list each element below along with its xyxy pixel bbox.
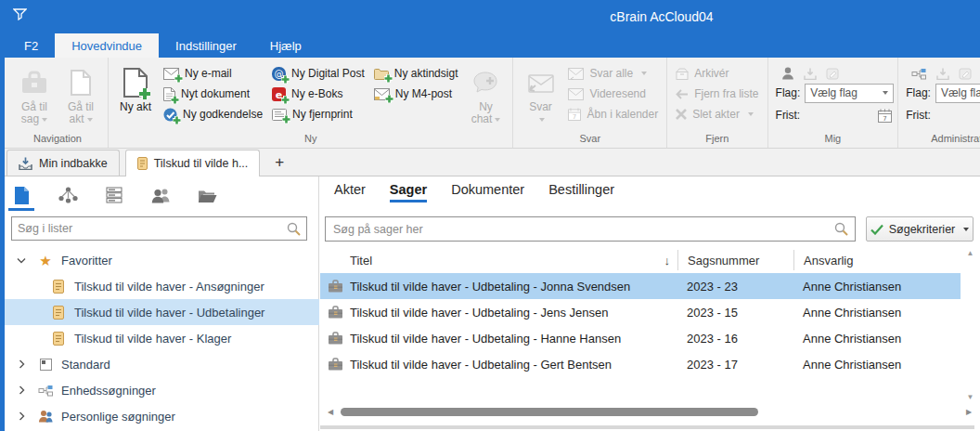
case-search-input[interactable] [326,223,834,236]
remove-from-list-button[interactable]: Fjern fra liste [671,84,763,104]
sidebar-view-folders[interactable] [195,181,219,209]
search-icon[interactable] [287,222,301,236]
new-m4-post-button[interactable]: Ny M4-post [369,84,463,104]
chevron-right-icon[interactable] [15,411,28,421]
reply-all-button[interactable]: Svar alle [563,63,663,84]
content-area: ★ Favoritter Tilskud til vilde haver - A… [0,176,980,431]
result-tabs: Akter Sager Dokumenter Bestillinger [334,182,614,202]
scroll-right-icon[interactable]: ▶ [963,408,974,416]
dropdown-caret [748,112,754,116]
forward-button[interactable]: Videresend [563,84,663,104]
document-tab-strip: Min indbakke Tilskud til vilde h... + [0,149,980,176]
column-header-sagsnummer[interactable]: Sagsnummer [677,250,793,270]
new-record-button[interactable]: Ny akt [112,62,159,113]
reply-label: Svar [529,100,552,113]
reply-button[interactable]: Svar [517,62,563,125]
tab-tilskud-label: Tilskud til vilde h... [154,157,249,170]
horizontal-scroll-thumb[interactable] [341,408,758,416]
open-folder-icon [198,188,217,203]
table-row[interactable]: Tilskud til vilde haver - Udbetaling - G… [320,351,961,377]
goto-case-button[interactable]: Gå til sag [11,62,58,125]
flag-select[interactable]: Vælg flag [935,84,980,103]
archive-button[interactable]: Arkivér [671,63,763,84]
sidebar-view-lists[interactable] [9,181,33,209]
new-document-button[interactable]: Nyt dokument [159,84,267,104]
new-eboks-button[interactable]: e Ny e-Boks [267,84,369,104]
tree-item-standard[interactable]: Standard [0,351,319,377]
dropdown-caret [641,72,647,75]
note-edit-icon[interactable] [959,68,972,80]
tree-item-enhedssogninger[interactable]: Enhedssøgninger [0,377,319,403]
new-tab-button[interactable]: + [265,153,293,176]
deadline-label: Frist: [906,109,931,122]
new-remote-print-button[interactable]: Ny fjernprint [267,104,369,124]
tab-bestillinger[interactable]: Bestillinger [548,182,614,202]
goto-record-button[interactable]: Gå til akt [58,62,104,125]
sort-descending-icon[interactable]: ↓ [664,254,678,268]
tree-item-klager[interactable]: Tilskud til vilde haver - Klager [0,325,319,351]
chevron-down-icon[interactable] [15,257,28,264]
new-digital-post-button[interactable]: @ Ny Digital Post [267,63,369,84]
standard-list-icon [37,359,54,371]
person-icon[interactable] [781,67,794,80]
column-header-titel[interactable]: Titel [350,254,372,268]
tab-min-indbakke[interactable]: Min indbakke [6,150,120,176]
tree-item-ansogninger[interactable]: Tilskud til vilde haver - Ansøgninger [0,273,319,299]
menu-tab-indstillinger[interactable]: Indstillinger [159,33,253,58]
chevron-right-icon[interactable] [15,385,28,395]
svg-text:7: 7 [573,113,576,121]
table-row[interactable]: Tilskud til vilde haver - Udbetaling - J… [320,299,961,325]
org-unit-icon[interactable] [911,68,927,80]
save-tray-icon[interactable] [936,68,949,80]
sidebar-search-input[interactable] [12,222,287,235]
note-edit-icon[interactable] [826,68,839,80]
save-tray-icon[interactable] [804,68,817,80]
scroll-down-icon[interactable]: ▼ [963,393,977,401]
delete-records-label: Slet akter [692,108,740,121]
ribbon-group-ny: Ny akt Ny e-mail Nyt dokument Ny godkend… [109,58,513,148]
title-bar: cBrain AcCloud04 [0,0,980,33]
column-header-ansvarlig[interactable]: Ansvarlig [793,250,961,270]
delete-records-button[interactable]: Slet akter [671,104,763,124]
new-access-request-button[interactable]: Ny aktindsigt [369,63,463,84]
table-row[interactable]: Tilskud til vilde haver - Udbetaling - J… [320,273,961,299]
new-chat-button[interactable]: Ny chat [462,62,509,125]
menu-tab-f2[interactable]: F2 [7,33,55,58]
search-criteria-label: Søgekriterier [889,223,956,236]
sidebar-view-people[interactable] [148,181,173,209]
cell-ansvarlig: Anne Christiansen [793,358,961,372]
ribbon-group-label: Ny [112,132,509,148]
chevron-right-icon[interactable] [15,359,28,369]
tab-tilskud-active[interactable]: Tilskud til vilde h... [125,150,261,176]
search-icon[interactable] [834,222,848,236]
new-eboks-label: Ny e-Boks [291,87,342,100]
open-in-calendar-button[interactable]: 7 Åbn i kalender [563,104,663,124]
search-criteria-button[interactable]: Søgekriterier [866,216,974,242]
approval-check-icon [163,108,177,122]
scroll-up-icon[interactable]: ▲ [963,249,977,257]
cell-sagsnummer: 2023 - 17 [677,358,793,372]
sidebar-view-distribution[interactable] [56,181,80,209]
archive-label: Arkivér [694,67,729,80]
cell-ansvarlig: Anne Christiansen [793,332,961,346]
tab-sager[interactable]: Sager [390,182,427,202]
menu-tab-hjaelp[interactable]: Hjælp [253,33,318,58]
flag-select[interactable]: Vælg flag [805,84,894,103]
dropdown-caret [539,118,545,122]
tab-akter[interactable]: Akter [334,182,366,202]
deadline-calendar-icon[interactable]: 7 [878,109,892,123]
new-approval-button[interactable]: Ny godkendelse [159,104,267,124]
sidebar-view-server[interactable] [102,181,126,209]
tab-dokumenter[interactable]: Dokumenter [451,182,524,202]
filter-funnel-icon[interactable] [13,7,27,24]
tree-item-personlige-sogninger[interactable]: Personlige søgninger [0,403,319,429]
menu-tab-hovedvindue[interactable]: Hovedvindue [55,33,159,58]
horizontal-scrollbar[interactable]: ◀ ▶ [325,405,974,418]
ribbon: Gå til sag Gå til akt Navigation Ny akt [0,58,980,149]
tree-item-favoritter[interactable]: ★ Favoritter [0,247,319,273]
tree-item-udbetalinger[interactable]: Tilskud til vilde haver - Udbetalinger [0,299,319,325]
table-row[interactable]: Tilskud til vilde haver - Udbetaling - H… [320,325,961,351]
new-email-button[interactable]: Ny e-mail [159,63,267,84]
vertical-scrollbar[interactable]: ▲ ▼ [963,249,977,401]
scroll-left-icon[interactable]: ◀ [325,408,336,416]
